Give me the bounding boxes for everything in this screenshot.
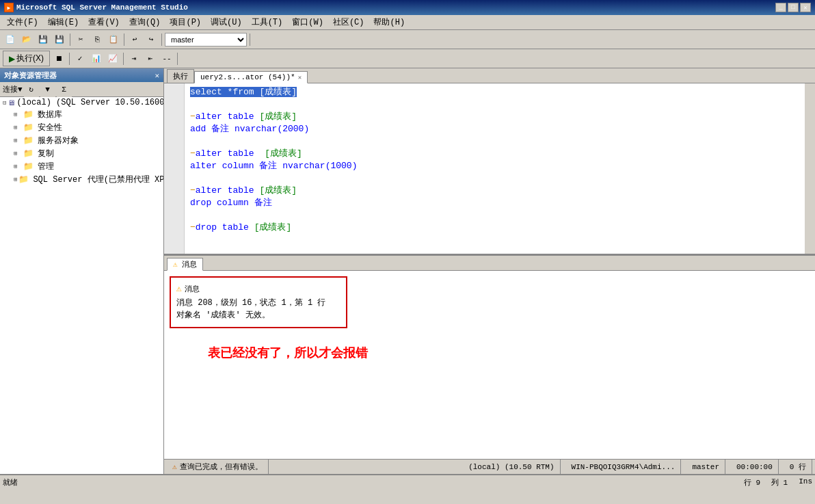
- line-numbers: [164, 83, 185, 254]
- redo-btn[interactable]: ↪: [144, 32, 159, 47]
- folder-icon: 📁: [18, 174, 29, 185]
- error-header: ⚠ 消息: [176, 283, 340, 294]
- item-expand-icon: ⊞: [14, 137, 22, 144]
- sidebar-header: 对象资源管理器 ✕: [0, 68, 163, 82]
- error-box: ⚠ 消息 消息 208，级别 16，状态 1，第 1 行对象名 '成绩表' 无效…: [170, 276, 347, 328]
- query-status-bar: ⚠ 查询已完成，但有错误。 (local) (10.50 RTM) WIN-PB…: [164, 459, 815, 474]
- db-status: master: [692, 463, 719, 471]
- bottom-status-bar: 就绪 行 9 列 1 Ins: [0, 474, 815, 489]
- menu-item-工具[interactable]: 工具(T): [248, 15, 287, 29]
- ins-indicator: Ins: [799, 477, 812, 488]
- item-label: SQL Server 代理(已禁用代理 XP): [33, 174, 163, 185]
- query-tab[interactable]: uery2.s...ator (54))* ✕: [194, 71, 308, 83]
- messages-tab-icon: ⚠: [173, 261, 178, 269]
- folder-icon: 📁: [23, 135, 34, 146]
- sidebar-item-1[interactable]: ⊞ 📁 安全性: [0, 121, 163, 134]
- sep6: [123, 53, 124, 65]
- editor-main: select *from [成绩表] −alter table [成绩表] ad…: [164, 83, 815, 254]
- sidebar-close-btn[interactable]: ✕: [155, 71, 159, 80]
- outdent-btn[interactable]: ⇤: [143, 51, 158, 66]
- close-button[interactable]: ✕: [800, 3, 811, 12]
- minimize-button[interactable]: _: [775, 3, 786, 12]
- save-all-btn[interactable]: 💾: [52, 32, 67, 47]
- indent-btn[interactable]: ⇥: [126, 51, 142, 66]
- item-label: 管理: [38, 161, 54, 172]
- sidebar-item-3[interactable]: ⊞ 📁 复制: [0, 147, 163, 160]
- save-btn[interactable]: 💾: [36, 32, 51, 47]
- folder-icon: 📁: [23, 148, 34, 159]
- item-expand-icon: ⊞: [14, 150, 22, 157]
- server-status: (local) (10.50 RTM): [468, 463, 554, 471]
- editor-vscroll[interactable]: [805, 83, 815, 254]
- exec-tab[interactable]: 执行: [167, 69, 194, 83]
- debug-btn[interactable]: ⏹: [51, 51, 66, 66]
- error-icon: ⚠: [176, 283, 182, 294]
- warning-text: 查询已完成，但有错误。: [180, 462, 263, 472]
- item-label: 数据库: [38, 109, 62, 120]
- copy-btn[interactable]: ⎘: [90, 32, 105, 47]
- col-indicator: 列 1: [771, 477, 788, 488]
- menu-item-查询[interactable]: 查询(Q): [125, 15, 165, 29]
- cut-btn[interactable]: ✂: [73, 32, 88, 47]
- sidebar-item-0[interactable]: ⊞ 📁 数据库: [0, 108, 163, 121]
- database-selector[interactable]: master: [165, 33, 247, 47]
- title-bar: ▶ Microsoft SQL Server Management Studio…: [0, 0, 815, 15]
- item-label: 安全性: [38, 122, 62, 133]
- messages-tab-label: 消息: [182, 261, 197, 269]
- results-tab-bar: ⚠ 消息: [164, 256, 815, 271]
- connect-label: 连接▼: [3, 84, 23, 94]
- annotation-text: 表已经没有了，所以才会报错: [208, 345, 812, 361]
- menu-item-窗口[interactable]: 窗口(W): [288, 15, 328, 29]
- results-content: ⚠ 消息 消息 208，级别 16，状态 1，第 1 行对象名 '成绩表' 无效…: [164, 271, 815, 459]
- menu-item-项目[interactable]: 项目(P): [165, 15, 205, 29]
- sql-editor[interactable]: select *from [成绩表] −alter table [成绩表] ad…: [185, 83, 805, 254]
- sidebar-item-2[interactable]: ⊞ 📁 服务器对象: [0, 134, 163, 147]
- menu-item-编辑[interactable]: 编辑(E): [44, 15, 83, 29]
- sidebar-tree: ⊟ 🖥 (local) (SQL Server 10.50.1600 - WIN…: [0, 97, 163, 474]
- parse-btn[interactable]: ✓: [72, 51, 88, 66]
- execute-icon: ▶: [9, 54, 15, 64]
- include-plan-btn[interactable]: 📊: [89, 51, 104, 66]
- error-message: 消息 208，级别 16，状态 1，第 1 行对象名 '成绩表' 无效。: [176, 297, 340, 321]
- execute-button[interactable]: ▶ 执行(X): [3, 51, 50, 66]
- filter-btn[interactable]: ▼: [40, 82, 55, 97]
- server-node[interactable]: ⊟ 🖥 (local) (SQL Server 10.50.1600 - WIN…: [0, 97, 163, 108]
- messages-tab[interactable]: ⚠ 消息: [167, 258, 203, 271]
- menu-item-查看[interactable]: 查看(V): [84, 15, 124, 29]
- sep4: [250, 34, 250, 46]
- menu-item-帮助[interactable]: 帮助(H): [369, 15, 409, 29]
- menu-item-社区[interactable]: 社区(C): [329, 15, 369, 29]
- sidebar-item-4[interactable]: ⊞ 📁 管理: [0, 160, 163, 173]
- rows-status: 0 行: [790, 462, 806, 472]
- tab-close-icon[interactable]: ✕: [298, 74, 302, 81]
- toolbar-1: 📄 📂 💾 💾 ✂ ⎘ 📋 ↩ ↪ master: [0, 30, 815, 49]
- sidebar-item-5[interactable]: ⊞ 📁 SQL Server 代理(已禁用代理 XP): [0, 173, 163, 186]
- error-title: 消息: [185, 284, 200, 294]
- warning-icon: ⚠: [172, 462, 177, 471]
- refresh-btn[interactable]: ↻: [24, 82, 39, 97]
- item-label: 复制: [38, 148, 54, 159]
- menu-item-文件[interactable]: 文件(F): [3, 15, 42, 29]
- new-query-btn[interactable]: 📄: [3, 32, 18, 47]
- menu-item-调试[interactable]: 调试(U): [206, 15, 246, 29]
- server-label: (local) (SQL Server 10.50.1600 - WIN-P: [16, 98, 163, 107]
- comment-btn[interactable]: --: [159, 51, 174, 66]
- login-segment: WIN-PBQOIQ3GRM4\Admi...: [566, 460, 682, 474]
- open-btn[interactable]: 📂: [19, 32, 34, 47]
- app-title: Microsoft SQL Server Management Studio: [16, 3, 188, 12]
- time-segment: 00:00:00: [731, 460, 779, 474]
- toolbar-2: ▶ 执行(X) ⏹ ✓ 📊 📈 ⇥ ⇤ --: [0, 49, 815, 68]
- row-indicator: 行 9: [744, 477, 760, 488]
- script-btn[interactable]: Σ: [57, 82, 72, 97]
- folder-icon: 📁: [23, 122, 34, 133]
- undo-btn[interactable]: ↩: [127, 32, 142, 47]
- item-label: 服务器对象: [38, 135, 79, 146]
- menu-bar: 文件(F)编辑(E)查看(V)查询(Q)项目(P)调试(U)工具(T)窗口(W)…: [0, 15, 815, 30]
- paste-btn[interactable]: 📋: [106, 32, 121, 47]
- sidebar-toolbar: 连接▼ ↻ ▼ Σ: [0, 82, 163, 97]
- item-expand-icon: ⊞: [14, 124, 22, 131]
- time-status: 00:00:00: [736, 463, 773, 471]
- login-status: WIN-PBQOIQ3GRM4\Admi...: [572, 463, 676, 471]
- client-stats-btn[interactable]: 📈: [105, 51, 120, 66]
- maximize-button[interactable]: □: [788, 3, 799, 12]
